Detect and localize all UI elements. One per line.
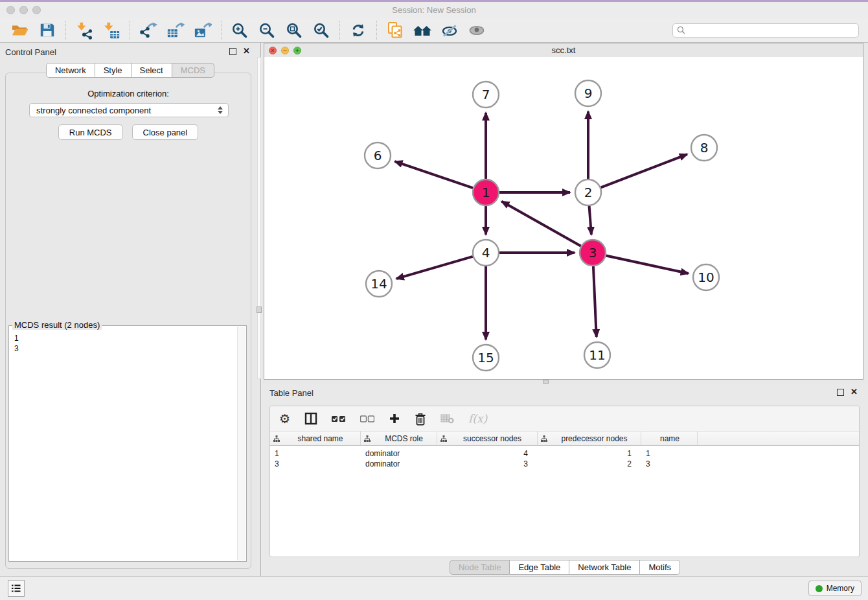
graph-edge-4-14[interactable] bbox=[396, 257, 473, 279]
tab-node-table[interactable]: Node Table bbox=[450, 560, 510, 575]
column-header-name[interactable]: name bbox=[641, 432, 698, 445]
function-builder-icon[interactable]: f(x) bbox=[468, 412, 487, 425]
cell-successor-nodes[interactable]: 4 bbox=[437, 449, 538, 458]
table-panel: Table Panel ✕ ⚙ f(x) bbox=[262, 384, 868, 577]
column-header-predecessor-nodes[interactable]: predecessor nodes bbox=[538, 432, 641, 445]
tab-style[interactable]: Style bbox=[95, 63, 131, 78]
memory-label: Memory bbox=[827, 584, 854, 593]
graph-node-11[interactable]: 11 bbox=[584, 342, 610, 368]
search-box[interactable] bbox=[672, 23, 859, 38]
cell-name[interactable]: 3 bbox=[641, 459, 698, 468]
select-all-columns-icon[interactable] bbox=[332, 415, 346, 423]
first-neighbors-icon[interactable] bbox=[413, 21, 432, 40]
table-row[interactable]: 1dominator411 bbox=[270, 448, 859, 459]
svg-text:6: 6 bbox=[374, 148, 382, 163]
header-filler bbox=[698, 432, 859, 445]
tab-mcds[interactable]: MCDS bbox=[172, 63, 214, 78]
unselect-all-columns-icon[interactable] bbox=[360, 415, 374, 423]
control-panel-title: Control Panel bbox=[5, 47, 56, 57]
close-table-panel-icon[interactable]: ✕ bbox=[851, 388, 858, 396]
table-row[interactable]: 3dominator323 bbox=[270, 459, 859, 469]
network-view-window: × − + scc.txt 7968124314101511 bbox=[264, 43, 863, 380]
graph-edge-3-11[interactable] bbox=[593, 266, 597, 337]
application-window: Session: New Session Control Panel bbox=[0, 0, 868, 600]
cell-name[interactable]: 1 bbox=[641, 449, 698, 458]
close-panel-icon[interactable]: ✕ bbox=[243, 47, 250, 55]
mcds-result-area: 13 bbox=[8, 325, 247, 562]
task-history-button[interactable] bbox=[8, 580, 25, 597]
cell-shared-name[interactable]: 1 bbox=[270, 449, 361, 458]
graph-node-6[interactable]: 6 bbox=[365, 143, 391, 168]
network-canvas[interactable]: 7968124314101511 bbox=[264, 57, 863, 379]
close-panel-button[interactable]: Close panel bbox=[132, 124, 199, 140]
graph-node-4[interactable]: 4 bbox=[473, 240, 499, 266]
float-panel-icon[interactable] bbox=[229, 48, 236, 55]
cell-predecessor-nodes[interactable]: 2 bbox=[538, 459, 641, 468]
save-session-icon[interactable] bbox=[38, 21, 57, 40]
graph-node-2[interactable]: 2 bbox=[575, 179, 601, 205]
cell-mcds-role[interactable]: dominator bbox=[361, 459, 437, 468]
svg-text:9: 9 bbox=[584, 86, 593, 101]
svg-text:14: 14 bbox=[371, 276, 387, 292]
graph-edge-3-1[interactable] bbox=[501, 202, 580, 246]
main-area: Control Panel ✕ NetworkStyleSelectMCDS O… bbox=[0, 43, 868, 577]
graph-edge-2-8[interactable] bbox=[601, 154, 687, 187]
graph-node-10[interactable]: 10 bbox=[693, 264, 719, 290]
delete-table-icon[interactable] bbox=[440, 413, 454, 424]
toolbar-separator bbox=[376, 21, 377, 40]
export-image-icon[interactable] bbox=[193, 21, 212, 40]
zoom-in-icon[interactable] bbox=[230, 21, 249, 40]
graph-node-7[interactable]: 7 bbox=[473, 82, 499, 108]
panel-splitter-handle[interactable] bbox=[257, 306, 262, 313]
graph-node-8[interactable]: 8 bbox=[691, 135, 717, 161]
column-sort-icon bbox=[273, 435, 280, 442]
tab-network[interactable]: Network bbox=[46, 63, 95, 78]
run-mcds-button[interactable]: Run MCDS bbox=[58, 124, 123, 140]
zoom-out-icon[interactable] bbox=[257, 21, 277, 40]
delete-column-icon[interactable] bbox=[415, 412, 426, 426]
hide-selected-icon[interactable] bbox=[440, 21, 459, 40]
graph-edge-3-10[interactable] bbox=[606, 255, 689, 273]
create-network-from-selection-icon[interactable] bbox=[385, 21, 405, 40]
column-header-mcds-role[interactable]: MCDS role bbox=[361, 432, 437, 445]
tab-motifs[interactable]: Motifs bbox=[640, 560, 680, 575]
graph-edge-1-6[interactable] bbox=[394, 161, 473, 188]
float-table-panel-icon[interactable] bbox=[837, 389, 844, 396]
tab-edge-table[interactable]: Edge Table bbox=[510, 560, 569, 575]
right-area: × − + scc.txt 7968124314101511 Table Pan… bbox=[262, 43, 868, 577]
refresh-layout-icon[interactable] bbox=[348, 21, 368, 40]
cell-mcds-role[interactable]: dominator bbox=[361, 449, 437, 458]
column-header-successor-nodes[interactable]: successor nodes bbox=[437, 432, 538, 445]
tab-network-table[interactable]: Network Table bbox=[569, 560, 640, 575]
criterion-select[interactable]: strongly connected component bbox=[29, 103, 229, 117]
memory-button[interactable]: Memory bbox=[808, 581, 862, 596]
panel-splitter-track[interactable] bbox=[257, 57, 261, 379]
add-column-icon[interactable] bbox=[389, 413, 400, 424]
table-settings-icon[interactable]: ⚙ bbox=[279, 413, 290, 425]
graph-node-1[interactable]: 1 bbox=[473, 179, 499, 205]
result-scrollbar[interactable] bbox=[237, 327, 246, 560]
cell-successor-nodes[interactable]: 3 bbox=[437, 459, 538, 468]
column-header-shared-name[interactable]: shared name bbox=[270, 432, 361, 445]
show-all-icon[interactable] bbox=[467, 21, 486, 40]
graph-edge-2-3[interactable] bbox=[589, 206, 591, 235]
cell-shared-name[interactable]: 3 bbox=[270, 459, 361, 468]
graph-node-9[interactable]: 9 bbox=[575, 80, 601, 106]
import-network-icon[interactable] bbox=[74, 21, 94, 40]
zoom-selected-icon[interactable] bbox=[312, 21, 331, 40]
zoom-fit-icon[interactable] bbox=[284, 21, 304, 40]
toggle-column-panel-icon[interactable] bbox=[304, 412, 317, 425]
import-table-icon[interactable] bbox=[102, 21, 121, 40]
graph-node-3[interactable]: 3 bbox=[580, 240, 606, 266]
node-table-header: shared nameMCDS rolesuccessor nodesprede… bbox=[270, 432, 859, 446]
table-panel-title: Table Panel bbox=[269, 388, 314, 398]
tab-select[interactable]: Select bbox=[131, 63, 172, 78]
export-table-icon[interactable] bbox=[166, 21, 185, 40]
graph-node-14[interactable]: 14 bbox=[366, 271, 392, 297]
main-toolbar bbox=[0, 18, 868, 43]
export-network-icon[interactable] bbox=[139, 21, 158, 40]
open-session-icon[interactable] bbox=[10, 21, 30, 40]
search-input[interactable] bbox=[688, 24, 854, 37]
cell-predecessor-nodes[interactable]: 1 bbox=[538, 449, 641, 458]
graph-node-15[interactable]: 15 bbox=[473, 345, 499, 371]
